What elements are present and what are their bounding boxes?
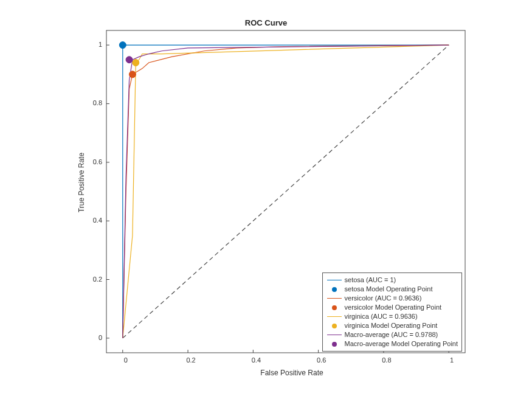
figure: ROC Curve False Positive Rate True Posit… <box>0 0 532 399</box>
y-tick-label: 0.2 <box>85 276 102 283</box>
y-tick-label: 0.4 <box>85 217 102 224</box>
y-tick-label: 0.8 <box>85 99 102 106</box>
x-tick-label: 0.8 <box>378 356 396 364</box>
legend-label: setosa Model Operating Point <box>345 285 433 294</box>
legend-line-icon <box>326 276 342 285</box>
legend-line-icon <box>326 313 342 321</box>
x-tick-label: 0.4 <box>247 356 265 364</box>
legend-item: versicolor Model Operating Point <box>326 303 458 312</box>
legend-marker-icon <box>326 285 342 294</box>
operating-point-marker <box>133 60 139 66</box>
legend-line-icon <box>326 294 342 303</box>
legend-item: versicolor (AUC = 0.9636) <box>326 294 458 303</box>
legend-line-icon <box>326 331 342 339</box>
legend-item: Macro-average (AUC = 0.9788) <box>326 330 458 339</box>
legend-label: versicolor Model Operating Point <box>345 303 442 312</box>
operating-point-marker <box>126 57 133 63</box>
y-tick-label: 1 <box>85 41 102 48</box>
operating-point-marker <box>129 71 136 78</box>
legend: setosa (AUC = 1)setosa Model Operating P… <box>322 272 462 352</box>
operating-point-marker <box>119 42 126 49</box>
y-tick-label: 0.6 <box>85 158 102 165</box>
legend-marker-icon <box>326 322 342 330</box>
x-axis-label: False Positive Rate <box>249 369 334 377</box>
legend-item: virginica Model Operating Point <box>326 321 458 330</box>
legend-label: setosa (AUC = 1) <box>345 276 396 285</box>
legend-item: Macro-average Model Operating Point <box>326 339 458 349</box>
legend-label: Macro-average (AUC = 0.9788) <box>345 330 438 339</box>
x-tick-label: 1 <box>443 356 461 364</box>
x-tick-label: 0.6 <box>313 356 331 364</box>
legend-label: virginica (AUC = 0.9636) <box>345 312 418 321</box>
legend-marker-icon <box>326 304 342 312</box>
y-axis-label: True Positive Rate <box>77 140 86 225</box>
x-tick-label: 0.2 <box>182 356 200 364</box>
legend-marker-icon <box>326 340 342 349</box>
legend-label: Macro-average Model Operating Point <box>345 339 458 349</box>
legend-item: virginica (AUC = 0.9636) <box>326 312 458 321</box>
legend-item: setosa Model Operating Point <box>326 285 458 294</box>
legend-item: setosa (AUC = 1) <box>326 276 458 285</box>
legend-label: virginica Model Operating Point <box>345 321 438 330</box>
legend-label: versicolor (AUC = 0.9636) <box>345 294 422 303</box>
y-tick-label: 0 <box>85 334 102 341</box>
x-tick-label: 0 <box>117 356 135 364</box>
